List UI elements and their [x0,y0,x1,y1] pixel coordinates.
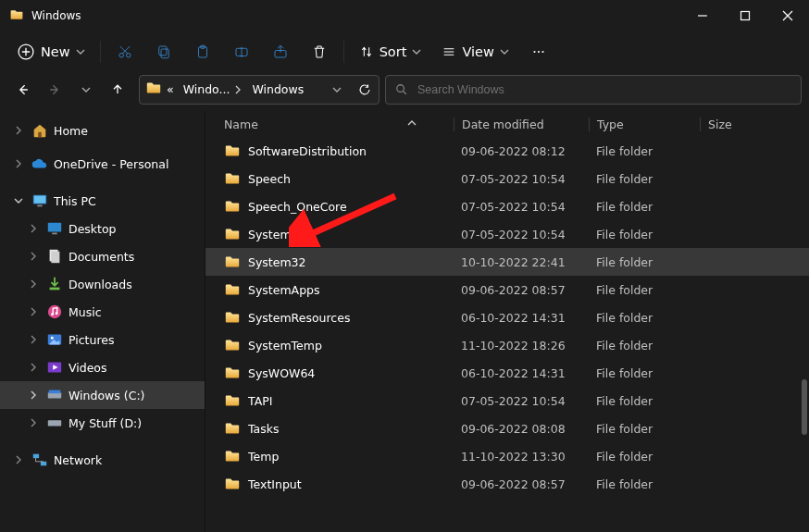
sidebar-item-network[interactable]: Network [0,446,205,474]
nav-back-button[interactable] [9,76,37,104]
sort-button[interactable]: Sort [350,36,431,68]
file-row[interactable]: SoftwareDistribution09-06-2022 08:12File… [205,137,809,165]
view-button[interactable]: View [432,36,517,68]
sidebar-item-drive-c[interactable]: Windows (C:) [0,381,205,409]
column-header-date[interactable]: Date modified [454,118,589,131]
nav-up-button[interactable] [104,76,131,104]
breadcrumb-prefix[interactable]: « [162,76,179,104]
navigation-pane: Home OneDrive - Personal This PC Desktop… [0,111,205,532]
file-date: 09-06-2022 08:08 [454,422,589,436]
copy-button[interactable] [145,36,182,68]
file-type: File folder [589,366,700,380]
delete-button[interactable] [301,36,338,68]
sidebar-item-downloads[interactable]: Downloads [0,270,205,298]
column-header-size[interactable]: Size [700,118,809,131]
svg-rect-30 [49,390,61,394]
rename-button[interactable] [223,36,260,68]
file-row[interactable]: Speech07-05-2022 10:54File folder [205,165,809,192]
sidebar-item-drive-d[interactable]: My Stuff (D:) [0,409,205,437]
sidebar-item-desktop[interactable]: Desktop [0,215,205,242]
desktop-icon [46,220,63,237]
window-title: Windows [31,9,81,22]
svg-point-12 [541,51,543,53]
svg-rect-18 [48,223,61,232]
svg-point-13 [397,84,404,92]
file-row[interactable]: Tasks09-06-2022 08:08File folder [205,414,809,442]
column-header-name[interactable]: Name [224,118,454,131]
sidebar-item-music[interactable]: Music [0,298,205,326]
svg-rect-16 [34,196,46,204]
file-row[interactable]: System3210-10-2022 22:41File folder [205,248,809,276]
file-row[interactable]: SysWOW6406-10-2022 14:31File folder [205,359,809,387]
file-type: File folder [589,144,700,158]
sidebar-item-home[interactable]: Home [0,117,205,144]
file-type: File folder [589,283,700,297]
pictures-icon [46,331,63,348]
file-row[interactable]: TAPI07-05-2022 10:54File folder [205,387,809,414]
svg-point-10 [533,51,535,53]
address-dropdown-button[interactable] [323,76,351,104]
nav-recent-button[interactable] [72,76,100,104]
file-row[interactable]: SystemResources06-10-2022 14:31File fold… [205,303,809,331]
sidebar-item-videos[interactable]: Videos [0,353,205,381]
titlebar: Windows [0,0,809,31]
file-row[interactable]: SystemTemp11-10-2022 18:26File folder [205,331,809,359]
videos-icon [46,359,63,376]
folder-icon [224,476,241,492]
close-button[interactable] [766,0,809,31]
search-box[interactable] [385,75,802,105]
new-button[interactable]: New [7,36,94,68]
scrollbar-thumb[interactable] [802,379,807,435]
cloud-icon [31,155,48,172]
window-folder-icon [9,7,24,25]
sidebar-item-onedrive[interactable]: OneDrive - Personal [0,150,205,178]
download-icon [46,276,63,292]
svg-rect-33 [41,462,46,466]
monitor-icon [31,192,48,209]
search-input[interactable] [416,82,791,97]
address-bar[interactable]: « Windo... Windows [139,75,380,105]
breadcrumb-item[interactable]: Windows [247,76,308,104]
breadcrumb-item[interactable]: Windo... [179,76,248,104]
svg-rect-4 [161,49,168,58]
file-name: System [248,228,292,241]
svg-rect-0 [741,12,750,20]
file-name: SystemTemp [248,339,322,353]
file-row[interactable]: Temp11-10-2022 13:30File folder [205,442,809,470]
file-row[interactable]: SystemApps09-06-2022 08:57File folder [205,276,809,303]
sidebar-item-documents[interactable]: Documents [0,242,205,270]
svg-point-3 [126,54,131,58]
paste-button[interactable] [184,36,221,68]
file-row[interactable]: System07-05-2022 10:54File folder [205,220,809,248]
column-header-type[interactable]: Type [589,118,700,131]
file-row[interactable]: TextInput09-06-2022 08:57File folder [205,470,809,498]
folder-icon [224,170,241,187]
content-pane: Name Date modified Type Size SoftwareDis… [205,111,809,532]
svg-rect-29 [48,392,61,398]
file-row[interactable]: Speech_OneCore07-05-2022 10:54File folde… [205,192,809,220]
sort-label: Sort [380,44,407,59]
file-type: File folder [589,255,700,269]
svg-rect-5 [158,46,166,56]
file-name: Speech_OneCore [248,200,347,214]
minimize-button[interactable] [681,0,724,31]
nav-row: « Windo... Windows [0,72,809,111]
sidebar-item-pictures[interactable]: Pictures [0,326,205,353]
folder-icon [224,365,241,381]
folder-icon [224,198,241,215]
share-button[interactable] [262,36,299,68]
sidebar-item-thispc[interactable]: This PC [0,187,205,215]
folder-icon [224,226,241,242]
toolbar: New Sort View [0,31,809,72]
cut-button[interactable] [106,36,143,68]
svg-rect-14 [38,132,42,137]
file-type: File folder [589,422,700,436]
drive-icon [46,387,63,403]
folder-icon [224,392,241,409]
maximize-button[interactable] [724,0,766,31]
file-date: 09-06-2022 08:57 [454,477,589,491]
refresh-button[interactable] [351,76,379,104]
more-button[interactable] [520,36,557,68]
nav-forward-button[interactable] [41,76,68,104]
file-type: File folder [589,228,700,241]
